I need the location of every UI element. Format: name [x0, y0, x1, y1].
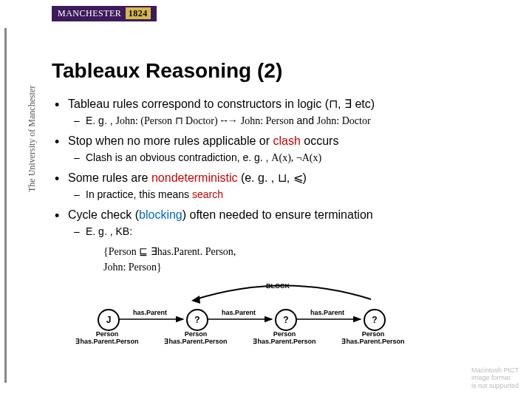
kb-block: {Person ⊑ ∃has.Parent. Person, John: Per…	[103, 244, 517, 275]
node-q1: ?	[186, 309, 208, 331]
edge-label-1: has.Parent	[133, 309, 167, 316]
svg-marker-4	[191, 296, 200, 304]
bullet-4-sub: E. g. , KB:	[68, 225, 517, 239]
logo-banner: MANCHESTER 1824	[52, 6, 157, 21]
node-label-2: Person∃has.Parent.Person	[159, 331, 233, 346]
node-j: J	[98, 309, 120, 331]
block-label: BLOCK	[266, 282, 290, 290]
bullet-3: Some rules are nondeterministic (e. g. ,…	[52, 170, 517, 202]
bullet-1: Tableau rules correspond to constructors…	[52, 96, 517, 129]
node-label-1: Person∃has.Parent.Person	[70, 331, 144, 346]
bullet-1-sub: E. g. , John: (Person ⊓ Doctor) --→ John…	[68, 114, 517, 129]
side-divider	[4, 28, 7, 383]
node-label-4: Person∃has.Parent.Person	[336, 331, 410, 346]
node-q2: ?	[275, 309, 297, 331]
bullet-3-sub: In practice, this means search	[68, 188, 517, 202]
bullet-list: Tableau rules correspond to constructors…	[52, 96, 517, 275]
image-placeholder-text: Macintosh PICT image format is not suppo…	[471, 366, 519, 390]
node-label-3: Person∃has.Parent.Person	[248, 331, 321, 346]
edge-label-2: has.Parent	[222, 309, 256, 316]
slide-content: Tableaux Reasoning (2) Tableau rules cor…	[52, 59, 517, 278]
logo-text: MANCHESTER	[58, 8, 121, 18]
page-title: Tableaux Reasoning (2)	[52, 59, 517, 83]
sidebar-university-text: The University of Manchester	[27, 86, 38, 192]
bullet-4: Cycle check (blocking) often needed to e…	[52, 207, 517, 275]
bullet-2-sub: Clash is an obvious contradiction, e. g.…	[68, 151, 517, 166]
bullet-2: Stop when no more rules applicable or cl…	[52, 133, 517, 166]
edge-label-3: has.Parent	[310, 309, 344, 316]
logo-year: 1824	[126, 7, 151, 19]
node-q3: ?	[364, 309, 386, 331]
block-diagram: BLOCK J ? ? ? has.Parent has.Parent has.…	[96, 281, 421, 362]
